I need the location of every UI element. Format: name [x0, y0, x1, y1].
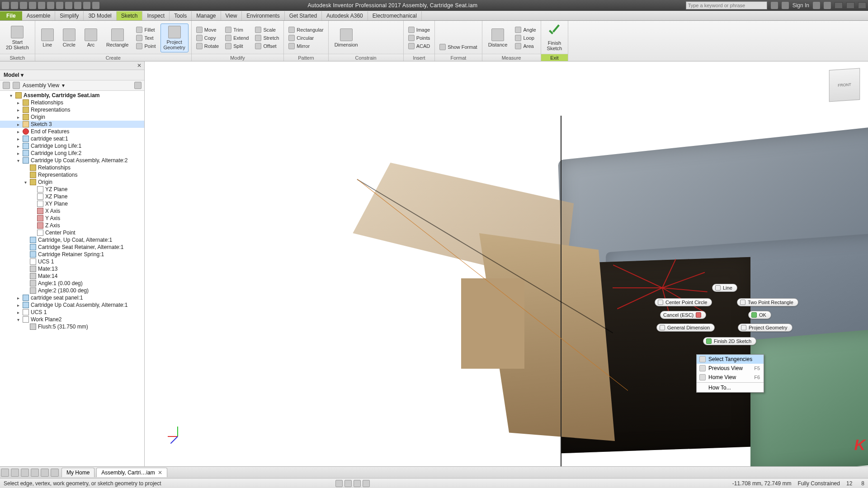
tree-node[interactable]: Mate:14: [0, 272, 144, 280]
tab-tools[interactable]: Tools: [170, 11, 192, 20]
extend-button[interactable]: Extend: [223, 34, 250, 42]
acad-button[interactable]: ACAD: [406, 42, 432, 50]
file-tab[interactable]: File: [0, 11, 22, 20]
tree-node[interactable]: XZ Plane: [0, 193, 144, 200]
model-tree[interactable]: ▾Assembly, Cartridge Seat.iam▸Relationsh…: [0, 91, 144, 466]
close-button[interactable]: [858, 2, 866, 9]
graphics-canvas[interactable]: FRONT Line Two Point Rectangle OK Projec…: [145, 61, 868, 466]
format-icon[interactable]: [438, 25, 446, 33]
status-icon[interactable]: [363, 480, 370, 487]
image-button[interactable]: Image: [406, 26, 432, 33]
search-browser-icon[interactable]: [134, 82, 142, 89]
stretch-button[interactable]: Stretch: [253, 34, 281, 42]
constraint-icon[interactable]: [373, 34, 382, 42]
angle-button[interactable]: Angle: [513, 26, 538, 33]
marking-finish-sketch-button[interactable]: Finish 2D Sketch: [703, 337, 756, 345]
doc-tab-home[interactable]: My Home: [61, 468, 94, 477]
constraint-icon[interactable]: [364, 43, 372, 52]
tree-node[interactable]: ▸Sketch 3: [0, 121, 144, 128]
marking-ok-button[interactable]: OK: [748, 311, 771, 319]
marking-project-geometry-button[interactable]: Project Geometry: [738, 324, 793, 332]
tree-node[interactable]: Cartridge Seat Retainer, Alternate:1: [0, 244, 144, 251]
doctab-icon[interactable]: [21, 469, 29, 477]
help-icon[interactable]: [824, 2, 831, 9]
status-icon[interactable]: [344, 480, 352, 487]
ctx-home-view[interactable]: Home ViewF6: [697, 373, 764, 382]
project-geometry-button[interactable]: Project Geometry: [160, 23, 189, 52]
tree-node[interactable]: ▸End of Features: [0, 128, 144, 135]
tree-node[interactable]: YZ Plane: [0, 186, 144, 193]
tree-node[interactable]: ▸Cartridge Up Coat Assembly, Alternate:1: [0, 301, 144, 309]
status-icon[interactable]: [354, 480, 361, 487]
points-button[interactable]: Points: [406, 34, 432, 42]
constraint-icon[interactable]: [373, 43, 382, 52]
tab-a360[interactable]: Autodesk A360: [322, 11, 368, 20]
distance-button[interactable]: Distance: [485, 26, 511, 50]
move-button[interactable]: Move: [194, 26, 221, 33]
minimize-button[interactable]: [835, 2, 843, 9]
new-icon[interactable]: [11, 2, 18, 9]
tree-node[interactable]: ▸Representations: [0, 106, 144, 113]
tree-node[interactable]: ▾Origin: [0, 178, 144, 186]
user-icon[interactable]: [782, 2, 789, 9]
copy-button[interactable]: Copy: [194, 34, 221, 42]
doctab-icon[interactable]: [1, 469, 9, 477]
split-button[interactable]: Split: [223, 42, 250, 50]
trim-button[interactable]: Trim: [223, 26, 250, 33]
qat-more-icon[interactable]: [92, 2, 99, 9]
marking-cancel-button[interactable]: Cancel (ESC): [660, 311, 706, 319]
tab-view[interactable]: View: [221, 11, 242, 20]
ctx-how-to[interactable]: How To...: [697, 383, 764, 392]
constraint-icon[interactable]: [392, 43, 401, 52]
tab-assemble[interactable]: Assemble: [22, 11, 56, 20]
tree-node[interactable]: Cartridge, Up Coat, Alternate:1: [0, 236, 144, 244]
save-icon[interactable]: [29, 2, 36, 9]
doctab-icon[interactable]: [51, 469, 59, 477]
tree-node[interactable]: ▸Cartridge Long Life:1: [0, 142, 144, 150]
constraint-icon[interactable]: [383, 34, 391, 42]
tree-node[interactable]: Z Axis: [0, 222, 144, 229]
finish-sketch-button[interactable]: Finish Sketch: [544, 23, 566, 53]
marking-two-point-rectangle-button[interactable]: Two Point Rectangle: [737, 298, 798, 306]
scale-button[interactable]: Scale: [253, 26, 281, 33]
tab-manage[interactable]: Manage: [192, 11, 221, 20]
marking-general-dimension-button[interactable]: General Dimension: [656, 324, 715, 332]
tree-node[interactable]: Flush:5 (31.750 mm): [0, 323, 144, 330]
line-button[interactable]: Line: [38, 26, 57, 50]
status-icon[interactable]: [335, 480, 343, 487]
help-search-input[interactable]: [686, 1, 767, 9]
browser-close-icon[interactable]: ✕: [137, 62, 142, 69]
home-icon[interactable]: [56, 2, 63, 9]
constraint-icon[interactable]: [392, 34, 401, 42]
rectangular-pattern-button[interactable]: Rectangular: [287, 26, 325, 33]
appearance-icon[interactable]: [83, 2, 90, 9]
tree-node[interactable]: Mate:13: [0, 265, 144, 272]
tree-node[interactable]: ▸Relationships: [0, 99, 144, 106]
exchange-icon[interactable]: [813, 2, 820, 9]
tab-simplify[interactable]: Simplify: [55, 11, 84, 20]
tree-node[interactable]: Angle:1 (0.00 deg): [0, 280, 144, 287]
star-icon[interactable]: [771, 2, 778, 9]
mirror-button[interactable]: Mirror: [287, 42, 325, 50]
filter-icon[interactable]: [3, 82, 10, 89]
open-icon[interactable]: [20, 2, 27, 9]
close-tab-icon[interactable]: ✕: [158, 469, 162, 476]
constraint-icon[interactable]: [383, 43, 391, 52]
redo-icon[interactable]: [47, 2, 54, 9]
tree-node[interactable]: X Axis: [0, 207, 144, 215]
doc-tab-assembly[interactable]: Assembly, Cartri…iam✕: [96, 468, 167, 477]
tree-node[interactable]: ▸cartridge seat panel:1: [0, 294, 144, 301]
tab-electromechanical[interactable]: Electromechanical: [368, 11, 422, 20]
app-icon[interactable]: [2, 2, 9, 9]
tree-node[interactable]: Center Point: [0, 229, 144, 236]
tree-node[interactable]: ▸cartridge seat:1: [0, 135, 144, 142]
rotate-button[interactable]: Rotate: [194, 42, 221, 50]
browser-filter[interactable]: Assembly View: [23, 82, 59, 89]
text-button[interactable]: Text: [134, 34, 157, 42]
format-icon[interactable]: [438, 34, 446, 42]
sign-in-link[interactable]: Sign In: [793, 2, 809, 9]
browser-title[interactable]: Model: [4, 72, 19, 78]
ctx-previous-view[interactable]: Previous ViewF5: [697, 364, 764, 373]
arc-button[interactable]: Arc: [81, 26, 100, 50]
tree-node[interactable]: Representations: [0, 171, 144, 178]
